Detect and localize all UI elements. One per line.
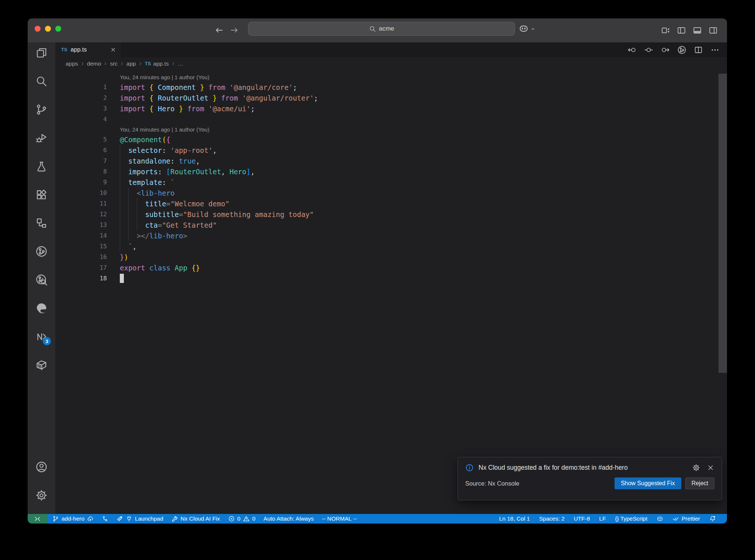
activity-edge-devtools[interactable] bbox=[35, 302, 48, 314]
copilot-icon bbox=[657, 515, 663, 522]
line-number: 9 bbox=[55, 179, 107, 186]
breadcrumb-item-apps[interactable]: apps bbox=[66, 60, 78, 67]
copilot-icon bbox=[519, 24, 529, 34]
status-language-mode[interactable]: {} TypeScript bbox=[615, 515, 647, 522]
activity-type-hierarchy[interactable] bbox=[35, 217, 48, 229]
code-line-7: 7 standalone: true, bbox=[55, 155, 727, 166]
more-actions-icon[interactable] bbox=[710, 45, 720, 55]
tab-app-ts[interactable]: TS app.ts bbox=[55, 42, 121, 57]
codelens-blame[interactable]: You, 24 minutes ago | 1 author (You) bbox=[55, 72, 727, 82]
status-problems[interactable]: 00 bbox=[228, 515, 255, 522]
status-encoding[interactable]: UTF-8 bbox=[574, 515, 590, 522]
status-eol-sequence[interactable]: LF bbox=[599, 515, 606, 522]
breadcrumb: appsdemosrcappTSapp.ts… bbox=[55, 57, 727, 70]
activity-gitlens[interactable] bbox=[35, 245, 48, 258]
toggle-panel-button[interactable] bbox=[692, 24, 702, 37]
gitlens-previous-change-icon[interactable] bbox=[627, 45, 637, 55]
chevron-down-icon bbox=[530, 25, 536, 32]
status-bar: add-heroLaunchpadNx Cloud AI Fix00Auto A… bbox=[28, 514, 727, 524]
line-number: 6 bbox=[55, 147, 107, 154]
code-editor[interactable]: You, 24 minutes ago | 1 author (You)1imp… bbox=[55, 70, 727, 514]
activity-nx-console[interactable]: 3 bbox=[35, 330, 48, 343]
navigate-back-button[interactable] bbox=[213, 24, 225, 37]
code-line-1: 1import { Component } from '@angular/cor… bbox=[55, 82, 727, 92]
breadcrumb-item-[interactable]: … bbox=[178, 60, 184, 67]
zoom-window-button[interactable] bbox=[55, 26, 61, 32]
status-vim-mode[interactable]: -- NORMAL -- bbox=[322, 515, 357, 522]
show-suggested-fix-button[interactable]: Show Suggested Fix bbox=[615, 477, 681, 489]
reject-button[interactable]: Reject bbox=[685, 477, 714, 489]
line-number: 18 bbox=[55, 275, 107, 282]
notification-source: Source: Nx Console bbox=[465, 480, 519, 487]
code-line-16: 16}) bbox=[55, 252, 727, 262]
status-formatter-prettier[interactable]: Prettier bbox=[672, 515, 700, 522]
error-icon bbox=[228, 515, 235, 522]
status-nx-cloud-ai-fix[interactable]: Nx Cloud AI Fix bbox=[171, 515, 220, 522]
line-number: 13 bbox=[55, 221, 107, 228]
line-number: 1 bbox=[55, 84, 107, 91]
activity-accounts[interactable] bbox=[35, 461, 48, 473]
chevron-right-icon bbox=[103, 61, 108, 66]
close-window-button[interactable] bbox=[35, 26, 41, 32]
command-center-search[interactable]: acme bbox=[248, 22, 515, 36]
activity-run-debug[interactable] bbox=[35, 132, 48, 144]
navigate-forward-button[interactable] bbox=[229, 24, 240, 37]
gitlens-next-change-icon[interactable] bbox=[661, 45, 670, 55]
activity-source-control[interactable] bbox=[35, 104, 48, 116]
chevron-right-icon bbox=[119, 61, 125, 66]
status-indentation[interactable]: Spaces: 2 bbox=[539, 515, 564, 522]
copilot-menu[interactable] bbox=[519, 24, 536, 34]
indent-guide bbox=[137, 198, 137, 230]
activity-gitlens-inspect[interactable] bbox=[35, 274, 48, 286]
nx-badge: 3 bbox=[43, 337, 51, 345]
close-tab-icon[interactable] bbox=[109, 46, 117, 54]
search-icon bbox=[369, 25, 376, 32]
notification-close-icon[interactable] bbox=[707, 464, 714, 472]
minimize-window-button[interactable] bbox=[45, 26, 51, 32]
code-line-8: 8 imports: [RouterOutlet, Hero], bbox=[55, 166, 727, 177]
status-cursor-position[interactable]: Ln 18, Col 1 bbox=[499, 515, 530, 522]
status-auto-attach[interactable]: Auto Attach: Always bbox=[264, 515, 314, 522]
status-branch-status[interactable]: add-hero bbox=[52, 515, 94, 522]
gitlens-file-history-icon[interactable] bbox=[677, 45, 686, 55]
status-commit-graph[interactable] bbox=[102, 515, 108, 522]
status-notifications-bell[interactable] bbox=[709, 515, 716, 522]
compare-icon bbox=[102, 515, 108, 522]
rocket-icon bbox=[116, 515, 123, 522]
notification-settings-gear-icon[interactable] bbox=[692, 464, 700, 472]
code-line-13: 13 cta="Get Started" bbox=[55, 220, 727, 230]
code-line-18: 18 bbox=[55, 273, 727, 284]
line-number: 12 bbox=[55, 211, 107, 218]
codelens-blame[interactable]: You, 24 minutes ago | 1 author (You) bbox=[55, 125, 727, 134]
breadcrumb-item-app[interactable]: app bbox=[126, 60, 136, 67]
indent-guide bbox=[128, 188, 129, 241]
activity-bar: 3 bbox=[28, 42, 55, 514]
gitlens-toggle-annotations-icon[interactable] bbox=[644, 45, 653, 55]
customize-layout-button[interactable] bbox=[660, 24, 671, 37]
typescript-file-icon: TS bbox=[61, 47, 67, 52]
activity-containers[interactable] bbox=[35, 359, 48, 371]
activity-extensions[interactable] bbox=[35, 189, 48, 201]
activity-explorer[interactable] bbox=[35, 47, 48, 59]
chevron-right-icon bbox=[171, 61, 176, 66]
editor-scrollbar[interactable] bbox=[719, 74, 727, 373]
breadcrumb-item-src[interactable]: src bbox=[110, 60, 118, 67]
indent-guide bbox=[120, 145, 120, 252]
activity-search[interactable] bbox=[35, 75, 48, 87]
toggle-secondary-sidebar-button[interactable] bbox=[708, 24, 718, 37]
breadcrumb-item-appts[interactable]: TSapp.ts bbox=[145, 60, 169, 67]
activity-testing[interactable] bbox=[35, 160, 48, 172]
chevron-right-icon bbox=[138, 61, 143, 66]
line-number: 3 bbox=[55, 105, 107, 112]
line-number: 4 bbox=[55, 116, 107, 123]
status-copilot-status[interactable] bbox=[657, 515, 663, 522]
remote-indicator[interactable] bbox=[28, 514, 47, 524]
vscode-window: acme 3 TS app.ts appsdemosrcappTSa bbox=[28, 18, 727, 524]
breadcrumb-item-demo[interactable]: demo bbox=[87, 60, 101, 67]
line-number: 17 bbox=[55, 264, 107, 271]
toggle-primary-sidebar-button[interactable] bbox=[676, 24, 686, 37]
status-gitlens-launchpad[interactable]: Launchpad bbox=[116, 515, 163, 522]
split-editor-icon[interactable] bbox=[694, 45, 703, 55]
notification-toast: Nx Cloud suggested a fix for demo:test i… bbox=[457, 457, 722, 500]
activity-settings[interactable] bbox=[35, 489, 48, 501]
